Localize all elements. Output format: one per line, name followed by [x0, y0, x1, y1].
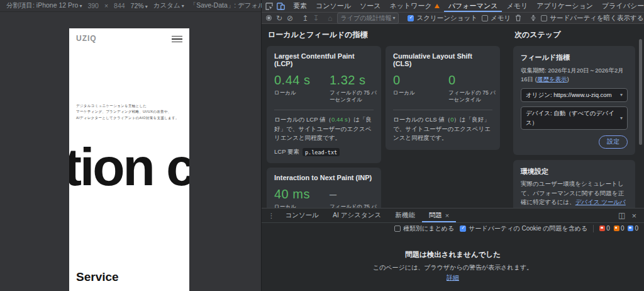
inspect-element-icon[interactable]	[265, 3, 273, 10]
learn-more-link[interactable]: 詳細	[447, 273, 459, 282]
site-section-title: Service	[76, 270, 189, 284]
count-value: 0	[635, 225, 638, 232]
zoom-level-label: 72%	[131, 2, 144, 9]
device-preset-select[interactable]: 分割項目: iPhone 12 Pro▾	[6, 1, 82, 10]
origin-select[interactable]: オリジン: https://www.u-ziq.com ▾	[521, 88, 628, 102]
tab-performance[interactable]: パフォーマンス	[444, 0, 502, 12]
lcp-element-link[interactable]: p.lead-txt	[303, 148, 340, 156]
viewport-width-input[interactable]: 390	[87, 2, 99, 9]
issues-empty-title: 問題は検出されませんでした	[405, 250, 501, 260]
field-percentile-label: フィールドの 75 パーセンタイル	[448, 89, 500, 104]
device-toolbar-toggle-icon[interactable]	[277, 3, 285, 10]
info-count: 0	[628, 225, 638, 232]
divider	[274, 110, 374, 110]
field-metrics-title: フィールド指標	[521, 52, 628, 63]
drawer-tab-ai-assistance[interactable]: AI アシスタンス	[326, 208, 388, 222]
load-profile-icon[interactable]: ↥	[302, 14, 308, 22]
lcp-field-block: 1.32 s フィールドの 75 パーセンタイル	[330, 73, 385, 104]
configure-button-row: 設定	[521, 135, 628, 149]
tab-label: 要素	[293, 1, 307, 11]
device-viewport[interactable]: UZIQ デジタルコミュニケーションを主軸とした マーケティング、ブランディング…	[69, 28, 189, 291]
tab-memory[interactable]: メモリ	[502, 0, 532, 12]
intro-line: マーケティング、ブランディング戦略、UI/UXの改善や、	[76, 109, 189, 115]
tab-label: プライバシーとセキュリティ	[602, 1, 644, 11]
devtools-panel: 要素 コンソール ソース ネットワーク パフォーマンス メモリ アプリケーション…	[262, 0, 644, 291]
record-icon[interactable]	[266, 15, 272, 21]
info-severity-icon	[628, 225, 633, 231]
viewport-height-input[interactable]: 844	[114, 2, 125, 9]
history-link[interactable]: 履歴を表示	[537, 76, 567, 83]
chevron-down-icon: ▾	[79, 3, 82, 9]
devtools-tab-bar: 要素 コンソール ソース ネットワーク パフォーマンス メモリ アプリケーション…	[262, 0, 644, 13]
tab-elements[interactable]: 要素	[289, 0, 311, 12]
next-steps-sidebar: 次のステップ フィールド指標 収集期間: 2026年1月20日～2026年2月1…	[508, 24, 644, 208]
chevron-down-icon: ▾	[182, 3, 184, 9]
home-icon[interactable]: ⌂	[328, 14, 332, 22]
chevron-down-icon: ▾	[392, 15, 395, 21]
throttling-select[interactable]: カスタム▾	[153, 1, 184, 10]
performance-main: ローカルとフィールドの指標 Largest Contentful Paint (…	[262, 24, 644, 208]
zoom-select[interactable]: 72%▾	[131, 2, 148, 9]
tab-sources[interactable]: ソース	[355, 0, 386, 12]
memory-checkbox[interactable]: メモリ	[482, 14, 511, 23]
cls-values: 0 ローカル 0 フィールドの 75 パーセンタイル	[393, 73, 492, 104]
device-select[interactable]: デバイス: 自動（すべてのデバイス） ▾	[521, 106, 628, 130]
tab-label: AI アシスタンス	[333, 211, 381, 220]
site-logo[interactable]: UZIQ	[76, 34, 97, 43]
intro-line: デジタルコミュニケーションを主軸とした	[76, 103, 189, 109]
include-cookie-issues-checkbox[interactable]: サードパーティの Cookie の問題を含める	[460, 224, 587, 233]
inp-local-value: 40 ms	[274, 187, 326, 202]
error-severity-icon	[599, 225, 605, 231]
live-metrics-select[interactable]: ライブの統計情報 ▾	[337, 13, 399, 24]
drawer-tab-whats-new[interactable]: 新機能	[388, 208, 422, 222]
chevron-down-icon: ▾	[620, 91, 623, 99]
cls-local-value: 0	[393, 73, 445, 88]
divider	[393, 110, 492, 110]
lcp-element-row: LCP 要素 p.lead-txt	[274, 148, 374, 156]
performance-toolbar: ↻ ⊘ ↥ ↧ ⌂ ライブの統計情報 ▾ スクリーンショット メモリ	[262, 13, 644, 24]
tab-application[interactable]: アプリケーション	[532, 0, 597, 12]
origin-select-value: オリジン: https://www.u-ziq.com	[526, 91, 612, 100]
environment-title: 環境設定	[521, 166, 628, 177]
divider	[593, 225, 594, 232]
checkbox-unchecked-icon	[482, 15, 488, 21]
cls-card: Cumulative Layout Shift (CLS) 0 ローカル 0 フ…	[386, 46, 500, 150]
tab-label: コンソール	[286, 211, 319, 220]
hamburger-menu-icon[interactable]	[172, 35, 182, 43]
clear-icon[interactable]: ⊘	[287, 14, 293, 22]
garbage-collect-icon[interactable]	[515, 14, 521, 21]
sidebar-scrollbar[interactable]	[639, 39, 642, 145]
drawer-tab-issues[interactable]: 問題×	[422, 208, 456, 222]
screenshots-checkbox[interactable]: スクリーンショット	[408, 14, 477, 23]
chevron-down-icon: ▾	[620, 115, 623, 122]
drawer-tab-console[interactable]: コンソール	[279, 208, 326, 222]
lcp-local-value: 0.44 s	[274, 73, 326, 88]
close-tab-icon[interactable]: ×	[445, 212, 449, 219]
reload-and-record-icon[interactable]: ↻	[276, 14, 282, 22]
issues-empty-description: このページには、ブラウザからの警告が表示されます。	[373, 263, 533, 272]
lcp-element-label: LCP 要素	[274, 148, 299, 156]
local-label: ローカル	[274, 89, 326, 96]
configure-button[interactable]: 設定	[599, 135, 628, 149]
site-hero-marquee: tion c	[69, 140, 189, 193]
capture-settings-icon[interactable]	[530, 14, 536, 21]
drawer-menu-icon[interactable]: ⋮	[264, 208, 279, 222]
issues-empty-state: 問題は検出されませんでした このページには、ブラウザからの警告が表示されます。 …	[262, 234, 644, 291]
field-percentile-label: フィールドの 75 パーセンタイル	[330, 89, 381, 104]
save-profile-icon[interactable]: ↧	[313, 14, 319, 22]
tab-privacy-security[interactable]: プライバシーとセキュリティ	[597, 0, 644, 12]
drawer-bar-right: ◫ ×	[613, 208, 641, 222]
issue-severity-counts: 0 0 0	[599, 225, 638, 232]
tab-console[interactable]: コンソール	[311, 0, 355, 12]
tab-network[interactable]: ネットワーク	[386, 0, 444, 12]
env-text: を使用してスロットリングを設定します。	[521, 207, 624, 208]
period-text: 収集期間: 2026年1月20日～2026年2月16日 (	[521, 67, 624, 83]
dim-third-party-label: サードパーティを暗く表示する	[550, 14, 643, 23]
main-toolbar-icons	[262, 0, 289, 12]
live-metrics-label: ライブの統計情報	[341, 14, 392, 23]
dock-panel-icon[interactable]: ◫	[618, 211, 625, 220]
close-drawer-icon[interactable]: ×	[631, 211, 636, 220]
dim-third-party-checkbox[interactable]: サードパーティを暗く表示する	[541, 14, 643, 23]
inp-field-block: – フィールドの 75 パーセンタイル	[330, 187, 385, 208]
group-by-kind-checkbox[interactable]: 種類別にまとめる	[394, 224, 454, 233]
